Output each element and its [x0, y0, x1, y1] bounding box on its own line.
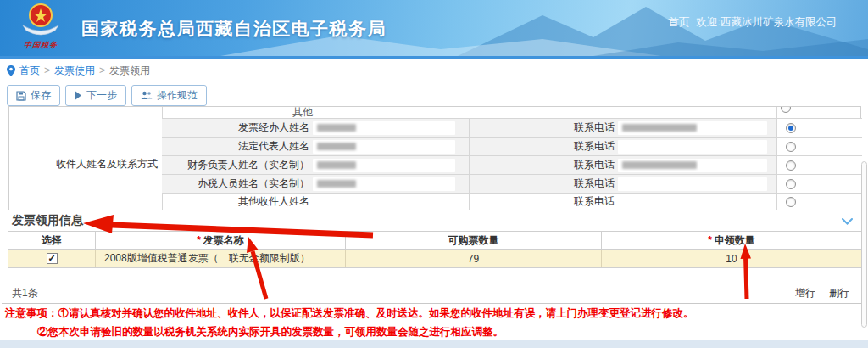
- people-icon: [141, 91, 153, 100]
- section-title: 发票领用信息: [12, 213, 83, 228]
- breadcrumb-invoice-use[interactable]: 发票使用: [54, 64, 95, 78]
- radio-other-recipient[interactable]: [786, 197, 796, 207]
- table-footer: 共1条 增行 删行: [8, 285, 861, 300]
- name-value-field[interactable]: [313, 140, 455, 154]
- operation-guide-button-label: 操作规范: [157, 88, 198, 103]
- table-row-other-partial: 其他: [9, 107, 860, 118]
- phone-label: 联系电话: [470, 194, 618, 209]
- phone-value-field[interactable]: [618, 177, 767, 191]
- invoice-requisition-page: 中国税务 国家税务总局西藏自治区电子税务局 首页欢迎:西藏冰川矿泉水有限公司 首…: [0, 0, 868, 348]
- phone-label: 联系电话: [470, 139, 618, 154]
- phone-label: 联系电话: [470, 121, 618, 135]
- name-value-field[interactable]: [313, 195, 455, 209]
- radio-tax-clerk[interactable]: [786, 179, 796, 189]
- radio-legal-representative[interactable]: [786, 142, 796, 152]
- breadcrumb-home[interactable]: 首页: [19, 64, 40, 78]
- next-step-button-label: 下一步: [86, 88, 117, 103]
- name-value-field[interactable]: [313, 177, 455, 191]
- column-header-invoice-name-label: 发票名称: [203, 233, 244, 248]
- phone-value-field[interactable]: [618, 140, 767, 154]
- save-button[interactable]: 保存: [7, 85, 60, 106]
- add-row-button[interactable]: 增行: [795, 286, 815, 300]
- available-qty-cell: 79: [345, 250, 601, 267]
- delete-row-button[interactable]: 删行: [829, 286, 849, 300]
- redacted-value: [317, 143, 356, 150]
- table-row-invoice-handler: 发票经办人姓名 联系电话: [162, 118, 862, 137]
- name-value-field[interactable]: [313, 121, 455, 135]
- phone-value-field[interactable]: [618, 195, 767, 209]
- header-user-area: 首页欢迎:西藏冰川矿泉水有限公司: [668, 15, 837, 29]
- toolbar: 保存 下一步 操作规范: [7, 85, 207, 106]
- redacted-value: [317, 161, 356, 169]
- column-header-apply-qty: * 申领数量: [601, 232, 861, 249]
- chevron-down-icon: [842, 218, 853, 225]
- page-bottom-strip: [0, 340, 868, 348]
- national-emblem-icon: [20, 3, 61, 38]
- breadcrumb-separator: >: [44, 65, 50, 76]
- location-pin-icon: [7, 65, 15, 76]
- redacted-value: [622, 161, 697, 169]
- tax-bureau-logo: 中国税务: [10, 3, 71, 53]
- notice-line-2: ②您本次申请验旧的数量以税务机关系统内实际开具的发票数量，可领用数量会随之进行相…: [2, 323, 866, 340]
- save-disk-icon: [16, 91, 26, 101]
- invoice-table-row: ✓ 2008版增值税普通发票（二联无金额限制版） 79 10: [8, 249, 861, 268]
- other-row-label: 其他: [228, 107, 313, 118]
- radio-invoice-handler[interactable]: [786, 123, 796, 133]
- required-marker: *: [708, 234, 712, 246]
- table-row-legal-representative: 法定代表人姓名 联系电话: [162, 137, 862, 155]
- column-header-available-qty: 可购票数量: [345, 232, 601, 249]
- name-label: 法定代表人姓名: [162, 139, 313, 154]
- table-row-other-recipient: 其他收件人姓名 联系电话: [162, 193, 862, 210]
- save-button-label: 保存: [31, 88, 51, 103]
- next-step-button[interactable]: 下一步: [65, 85, 126, 106]
- welcome-text: 欢迎:西藏冰川矿泉水有限公司: [697, 16, 837, 28]
- name-label: 其他收件人姓名: [162, 194, 313, 209]
- breadcrumb: 首页 > 发票使用 > 发票领用: [7, 59, 854, 82]
- radio-other[interactable]: [781, 107, 791, 113]
- header-banner: 中国税务 国家税务总局西藏自治区电子税务局 首页欢迎:西藏冰川矿泉水有限公司: [0, 0, 868, 56]
- site-title: 国家税务总局西藏自治区电子税务局: [81, 17, 387, 41]
- operation-guide-button[interactable]: 操作规范: [131, 85, 207, 106]
- table-row-finance-manager: 财务负责人姓名（实名制） 联系电话: [162, 155, 862, 174]
- phone-value-field[interactable]: [618, 121, 767, 135]
- invoice-name-cell: 2008版增值税普通发票（二联无金额限制版）: [95, 250, 345, 267]
- select-checkbox[interactable]: ✓: [47, 253, 58, 264]
- table-header-row: 选择 * 发票名称 可购票数量 * 申领数量: [8, 231, 861, 249]
- redacted-value: [622, 124, 697, 132]
- vertical-scrollbar[interactable]: [861, 161, 867, 328]
- phone-label: 联系电话: [470, 158, 618, 172]
- name-label: 发票经办人姓名: [162, 121, 313, 135]
- table-row-tax-clerk: 办税人员姓名（实名制） 联系电话: [162, 174, 862, 193]
- redacted-value: [317, 124, 356, 132]
- name-value-field[interactable]: [313, 159, 455, 172]
- logo-caption: 中国税务: [9, 40, 72, 51]
- header-home-link[interactable]: 首页: [669, 16, 690, 28]
- required-marker: *: [197, 234, 201, 246]
- name-label: 财务负责人姓名（实名制）: [162, 158, 313, 172]
- recipient-group-label: 收件人姓名及联系方式: [9, 118, 162, 210]
- phone-label: 联系电话: [470, 177, 618, 191]
- recipient-contact-table: 其他 收件人姓名及联系方式 发票经办人姓名 联系电话 法定代表人姓名 联系电话 …: [8, 106, 861, 210]
- phone-value-field[interactable]: [618, 159, 767, 172]
- column-header-invoice-name: * 发票名称: [95, 232, 345, 249]
- play-arrow-icon: [75, 91, 82, 100]
- collapse-section-button[interactable]: [842, 213, 853, 228]
- column-header-apply-qty-label: 申领数量: [715, 233, 755, 248]
- notice-box: 注意事项：①请认真核对并确认您的收件地址、收件人，以保证配送发票准确、及时送达。…: [2, 303, 866, 341]
- radio-finance-manager[interactable]: [786, 160, 796, 171]
- name-label: 办税人员姓名（实名制）: [162, 177, 313, 191]
- breadcrumb-current: 发票领用: [109, 64, 150, 78]
- total-count: 共1条: [8, 286, 38, 300]
- invoice-section-header: 发票领用信息: [8, 210, 861, 231]
- invoice-requisition-table: 选择 * 发票名称 可购票数量 * 申领数量 ✓ 2008版增值税普通发票（二联…: [8, 231, 861, 268]
- breadcrumb-separator: >: [99, 65, 105, 76]
- column-header-select: 选择: [8, 232, 95, 249]
- notice-line-1: 注意事项：①请认真核对并确认您的收件地址、收件人，以保证配送发票准确、及时送达。…: [2, 304, 866, 323]
- apply-qty-cell[interactable]: 10: [601, 250, 861, 267]
- redacted-value: [317, 180, 356, 188]
